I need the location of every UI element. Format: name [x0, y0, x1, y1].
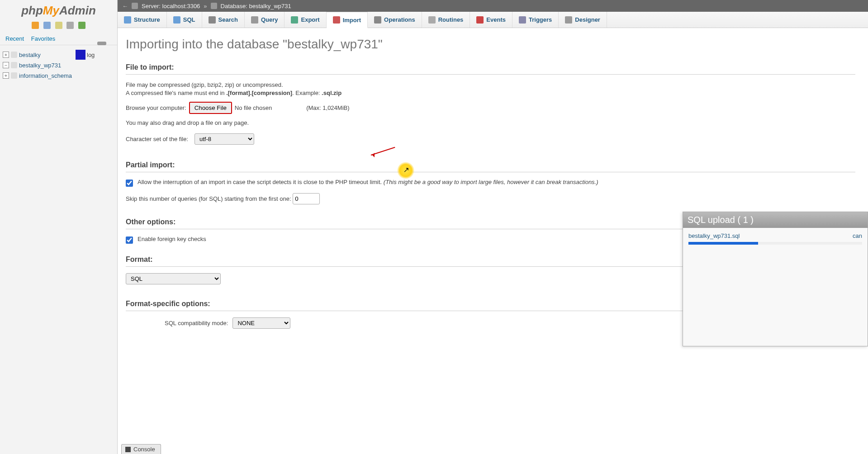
database-icon	[211, 3, 217, 9]
upload-filename: bestalky_wp731.sql	[688, 232, 740, 239]
upload-popup-blank	[683, 246, 868, 346]
selection-highlight	[76, 50, 85, 60]
charset-select[interactable]: utf-8	[194, 133, 254, 145]
label-note: (This might be a good way to import larg…	[384, 179, 598, 185]
search-icon	[209, 16, 216, 24]
sidebar: phpMyAdmin Recent Favorites + bestalky l…	[0, 0, 118, 454]
tab-label: Export	[301, 16, 319, 23]
db-name[interactable]: bestalky_wp731	[19, 62, 61, 69]
browse-label: Browse your computer:	[126, 104, 186, 111]
breadcrumb-database[interactable]: Database: bestalky_wp731	[221, 3, 291, 9]
collapse-handle-icon[interactable]	[97, 42, 106, 45]
choose-file-button[interactable]: Choose File	[189, 102, 232, 114]
partial-import-heading: Partial import:	[126, 161, 855, 169]
tab-sql[interactable]: SQL	[167, 12, 202, 28]
tab-triggers[interactable]: Triggers	[512, 12, 559, 28]
sql-icon[interactable]	[55, 22, 62, 29]
no-file-chosen-text: No file chosen	[235, 104, 272, 111]
favorites-link[interactable]: Favorites	[31, 35, 55, 42]
logo-part-php: php	[21, 4, 43, 17]
skip-queries-row: Skip this number of queries (for SQL) st…	[126, 193, 855, 204]
operations-icon	[374, 16, 381, 24]
expand-icon[interactable]: +	[3, 72, 9, 79]
recent-link[interactable]: Recent	[5, 35, 24, 42]
console-label: Console	[133, 446, 155, 453]
tab-label: Operations	[384, 16, 415, 23]
tab-designer[interactable]: Designer	[559, 12, 607, 28]
format-select[interactable]: SQL	[126, 273, 221, 284]
help-text-bold: .[format].[compression]	[226, 90, 292, 96]
triggers-icon	[519, 16, 526, 24]
tab-export[interactable]: Export	[285, 12, 326, 28]
collapse-icon[interactable]: −	[3, 62, 9, 68]
settings-icon[interactable]	[66, 22, 74, 29]
sql-tab-icon	[173, 16, 180, 24]
console-icon	[125, 447, 131, 452]
tab-import[interactable]: Import	[327, 12, 368, 28]
tab-bar: Structure SQL Search Query Export Import…	[118, 12, 868, 28]
structure-icon	[124, 16, 131, 24]
breadcrumb-bar: ← Server: localhost:3306 » Database: bes…	[118, 0, 868, 12]
tab-label: Search	[218, 16, 238, 23]
divider	[126, 172, 855, 172]
max-size-text: (Max: 1,024MiB)	[306, 104, 349, 111]
database-icon	[11, 62, 17, 68]
upload-progress-fill	[688, 242, 758, 245]
sql-upload-popup: SQL upload ( 1 ) bestalky_wp731.sql can	[683, 212, 868, 346]
back-arrow-icon[interactable]: ←	[122, 3, 128, 9]
tab-query[interactable]: Query	[245, 12, 285, 28]
expand-icon[interactable]: +	[3, 52, 9, 58]
fk-checks-label: Enable foreign key checks	[138, 236, 206, 242]
breadcrumb-sep: »	[204, 3, 207, 9]
tab-label: SQL	[183, 16, 195, 23]
db-name[interactable]: bestalky	[19, 52, 41, 58]
docs-icon[interactable]	[43, 22, 51, 29]
skip-queries-input[interactable]	[293, 193, 320, 204]
breadcrumb-server[interactable]: Server: localhost:3306	[142, 3, 200, 9]
allow-interruption-checkbox[interactable]	[126, 180, 133, 187]
home-icon[interactable]	[32, 22, 39, 29]
tree-item-bestalky-wp731[interactable]: − bestalky_wp731	[2, 60, 115, 71]
reload-icon[interactable]	[78, 22, 85, 29]
help-text-bold: .sql.zip	[322, 90, 342, 96]
tab-label: Routines	[438, 16, 464, 23]
tab-events[interactable]: Events	[470, 12, 512, 28]
tab-label: Designer	[575, 16, 600, 23]
designer-icon	[565, 16, 572, 24]
db-name[interactable]: information_schema	[19, 72, 72, 79]
tab-label: Structure	[134, 16, 160, 23]
tree-item-bestalky[interactable]: + bestalky log	[2, 50, 115, 60]
tab-label: Triggers	[529, 16, 552, 23]
tab-search[interactable]: Search	[202, 12, 245, 28]
logo-part-admin: Admin	[59, 4, 96, 17]
help-text: A compressed file's name must end in	[126, 90, 226, 96]
tree-item-information-schema[interactable]: + information_schema	[2, 71, 115, 81]
routines-icon	[428, 16, 436, 24]
browse-row: Browse your computer: Choose File No fil…	[126, 102, 855, 114]
upload-file-row: bestalky_wp731.sql can	[688, 232, 862, 239]
tab-label: Import	[343, 17, 361, 24]
tab-structure[interactable]: Structure	[118, 12, 167, 28]
upload-cancel-link[interactable]: can	[853, 232, 862, 239]
label-text: Allow the interruption of an import in c…	[138, 179, 384, 185]
file-help-text: File may be compressed (gzip, bzip2, zip…	[126, 81, 855, 97]
database-icon	[11, 52, 17, 58]
console-tab[interactable]: Console	[121, 444, 161, 454]
file-import-heading: File to import:	[126, 63, 855, 71]
tab-operations[interactable]: Operations	[368, 12, 422, 28]
database-icon	[11, 72, 17, 79]
compat-select[interactable]: NONE	[232, 317, 290, 329]
charset-row: Character set of the file: utf-8	[126, 133, 855, 145]
tab-routines[interactable]: Routines	[422, 12, 470, 28]
allow-interruption-label: Allow the interruption of an import in c…	[138, 179, 598, 185]
fk-checks-checkbox[interactable]	[126, 236, 133, 244]
events-icon	[476, 16, 484, 24]
drag-drop-note: You may also drag and drop a file on any…	[126, 119, 855, 126]
compat-label: SQL compatibility mode:	[165, 320, 228, 326]
page-title: Importing into the database "bestalky_wp…	[126, 37, 855, 52]
import-icon	[333, 16, 340, 24]
tab-label: Events	[486, 16, 506, 23]
logo[interactable]: phpMyAdmin	[0, 0, 117, 19]
help-text: . Example:	[292, 90, 322, 96]
charset-label: Character set of the file:	[126, 136, 188, 142]
